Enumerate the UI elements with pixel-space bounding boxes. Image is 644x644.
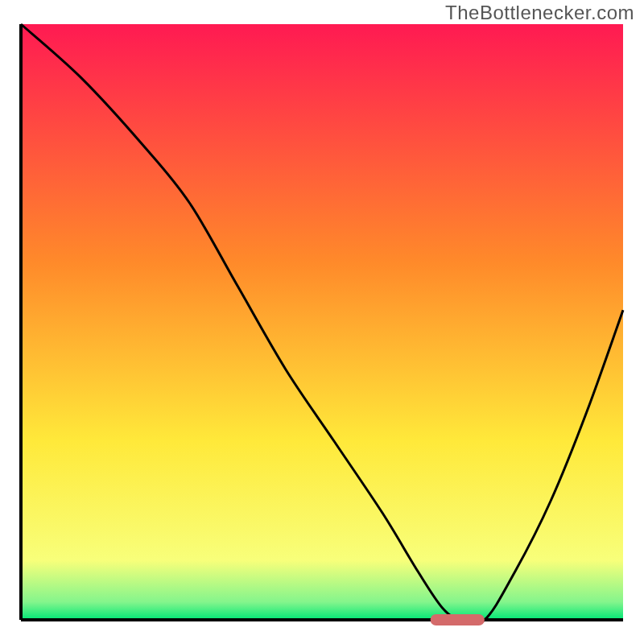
- bottleneck-chart: [0, 0, 644, 644]
- watermark-label: TheBottlenecker.com: [445, 2, 634, 24]
- optimal-range-marker: [431, 614, 485, 625]
- chart-container: TheBottlenecker.com: [0, 0, 644, 644]
- plot-background: [21, 24, 623, 620]
